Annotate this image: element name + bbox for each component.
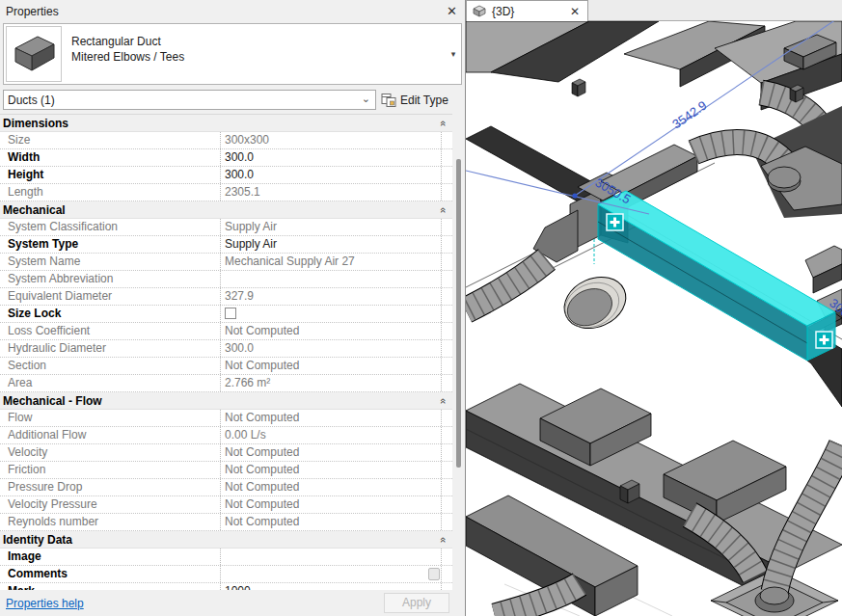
section-header-mechanical[interactable]: Mechanical« (0, 201, 452, 219)
property-label: Comments (0, 566, 220, 582)
type-selector[interactable]: Rectangular Duct Mitered Elbows / Tees ▾ (3, 23, 462, 85)
duct-box-icon (8, 28, 60, 80)
property-value[interactable] (220, 549, 441, 565)
property-grid: Dimensions«Size300x300Width300.0Height30… (0, 114, 452, 590)
spare-column (441, 254, 452, 270)
chevron-down-icon: ⌄ (362, 93, 370, 105)
spare-column (441, 219, 452, 235)
property-value[interactable]: 300.0 (220, 149, 441, 166)
property-value[interactable] (220, 306, 441, 322)
spare-column (441, 479, 452, 495)
spare-column (441, 236, 452, 253)
round-duct-opening[interactable] (557, 268, 635, 338)
property-label: Reynolds number (0, 514, 220, 530)
dimension-endpoint[interactable] (572, 193, 577, 198)
spare-column (441, 375, 452, 391)
small-junction-box[interactable] (790, 85, 803, 102)
property-label: Image (0, 549, 220, 565)
property-value[interactable]: 1000 (220, 583, 441, 590)
property-label: Width (0, 149, 220, 166)
grid-scrollbar[interactable] (452, 114, 465, 590)
property-value: Not Computed (220, 496, 441, 513)
type-dropdown-icon[interactable]: ▾ (446, 24, 461, 84)
property-label: Height (0, 167, 220, 183)
size-lock-checkbox[interactable] (225, 308, 236, 319)
flex-duct-bottomleft[interactable] (495, 584, 580, 616)
property-value: 2.766 m² (220, 375, 441, 391)
apply-button[interactable]: Apply (384, 593, 449, 613)
property-label: Velocity (0, 444, 220, 461)
collapse-chevron-icon[interactable]: « (439, 120, 448, 125)
element-filter-combo[interactable]: Ducts (1) ⌄ (3, 90, 376, 110)
property-value: Supply Air (220, 219, 441, 235)
section-header-dimensions[interactable]: Dimensions« (0, 115, 452, 132)
scrollbar-thumb[interactable] (456, 159, 461, 468)
section-header-mechanical-flow[interactable]: Mechanical - Flow« (0, 392, 452, 410)
property-value: Not Computed (220, 323, 441, 339)
type-description: Rectangular Duct Mitered Elbows / Tees (64, 24, 446, 84)
property-label: System Name (0, 254, 220, 270)
spare-column (441, 514, 452, 530)
property-value: Not Computed (220, 462, 441, 478)
property-row-flow: FlowNot Computed (0, 410, 452, 427)
property-value: 300.0 (220, 340, 441, 357)
property-label: Equivalent Diameter (0, 288, 220, 305)
small-junction-box[interactable] (572, 79, 585, 96)
properties-header: Properties ✕ (0, 0, 465, 22)
property-value[interactable]: Supply Air (220, 236, 441, 253)
property-row-area: Area2.766 m² (0, 375, 452, 392)
properties-help-link[interactable]: Properties help (6, 597, 84, 610)
property-label: Section (0, 358, 220, 374)
property-label: Friction (0, 462, 220, 478)
duct-type-thumbnail (6, 26, 62, 82)
spare-column (441, 288, 452, 305)
property-value: Not Computed (220, 410, 441, 426)
spare-column (441, 496, 452, 513)
filter-selected: Ducts (1) (8, 94, 55, 107)
property-label: Velocity Pressure (0, 496, 220, 513)
model-canvas[interactable]: 3542.9 3050.5 300 (466, 21, 842, 616)
dimension-text-main[interactable]: 3542.9 (669, 98, 709, 132)
property-value: 2305.1 (220, 184, 441, 201)
property-row-size-lock: Size Lock (0, 306, 452, 323)
collapse-chevron-icon[interactable]: « (439, 397, 448, 403)
tab-close-icon[interactable]: ✕ (570, 5, 582, 18)
section-header-identity-data[interactable]: Identity Data« (0, 531, 452, 549)
filter-row: Ducts (1) ⌄ Edit Type (3, 90, 462, 110)
spare-column (441, 323, 452, 339)
property-label: Hydraulic Diameter (0, 340, 220, 357)
close-icon[interactable]: ✕ (447, 4, 457, 18)
property-row-system-abbreviation: System Abbreviation (0, 271, 452, 288)
edit-type-button[interactable]: Edit Type (379, 90, 462, 110)
collapse-chevron-icon[interactable]: « (439, 206, 448, 212)
spare-column (441, 149, 452, 166)
property-value: Not Computed (220, 358, 441, 374)
family-name: Rectangular Duct (71, 34, 446, 49)
revit-window: Properties ✕ Rectangular Duct Mitered El… (0, 0, 842, 616)
ellipsis-button[interactable] (428, 568, 440, 580)
property-label: Length (0, 184, 220, 201)
duct-endpoint-handle[interactable] (816, 332, 832, 348)
property-value: Not Computed (220, 479, 441, 495)
property-label: Area (0, 375, 220, 391)
edit-type-label: Edit Type (400, 94, 448, 107)
spare-column (441, 583, 452, 590)
section-title: Mechanical - Flow (3, 394, 102, 408)
property-label: Additional Flow (0, 427, 220, 443)
property-value: Not Computed (220, 444, 441, 461)
duct-endpoint-handle[interactable] (607, 214, 623, 230)
property-label: Loss Coefficient (0, 323, 220, 339)
property-row-comments: Comments (0, 566, 452, 583)
collapse-chevron-icon[interactable]: « (439, 536, 448, 542)
spare-column (441, 549, 452, 565)
property-value[interactable]: 300.0 (220, 167, 441, 183)
property-row-additional-flow: Additional Flow0.00 L/s (0, 427, 452, 444)
property-value[interactable] (220, 566, 441, 582)
view-tab-label: {3D} (492, 5, 564, 18)
properties-title: Properties (6, 5, 59, 18)
property-value: 300x300 (220, 132, 441, 148)
property-label: System Classification (0, 219, 220, 235)
spare-column (441, 271, 452, 287)
view-tab-3d[interactable]: {3D} ✕ (466, 0, 588, 21)
property-row-hydraulic-diameter: Hydraulic Diameter300.0 (0, 340, 452, 358)
